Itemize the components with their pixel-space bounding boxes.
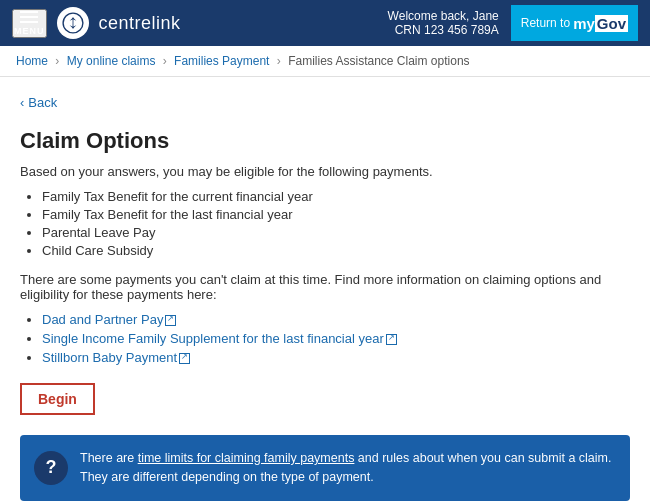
breadcrumb-home[interactable]: Home bbox=[16, 54, 48, 68]
cannot-claim-links-list: Dad and Partner Pay Single Income Family… bbox=[20, 312, 630, 365]
list-item: Child Care Subsidy bbox=[42, 243, 630, 258]
eligible-payments-list: Family Tax Benefit for the current finan… bbox=[20, 189, 630, 258]
single-income-family-supplement-link[interactable]: Single Income Family Supplement for the … bbox=[42, 331, 397, 346]
main-content: ‹ Back Claim Options Based on your answe… bbox=[0, 77, 650, 503]
return-label: Return to bbox=[521, 16, 570, 30]
list-item: Dad and Partner Pay bbox=[42, 312, 630, 327]
breadcrumb-sep-2: › bbox=[163, 54, 167, 68]
info-text-before-link: There are bbox=[80, 451, 138, 465]
page-title: Claim Options bbox=[20, 128, 630, 154]
mygov-my-text: my bbox=[573, 15, 595, 32]
list-item: Family Tax Benefit for the current finan… bbox=[42, 189, 630, 204]
header-right: Welcome back, Jane CRN 123 456 789A Retu… bbox=[388, 5, 638, 41]
breadcrumb-current: Families Assistance Claim options bbox=[288, 54, 469, 68]
intro-text: Based on your answers, you may be eligib… bbox=[20, 164, 630, 179]
external-link-icon bbox=[386, 334, 397, 345]
external-link-icon bbox=[179, 353, 190, 364]
list-item: Stillborn Baby Payment bbox=[42, 350, 630, 365]
page-header: MENU centrelink Welcome back, Jane CRN 1… bbox=[0, 0, 650, 46]
breadcrumb-my-online-claims[interactable]: My online claims bbox=[67, 54, 156, 68]
site-name: centrelink bbox=[99, 13, 181, 34]
time-limits-link[interactable]: time limits for claiming family payments bbox=[138, 451, 355, 465]
return-to-mygov-button[interactable]: Return to myGov bbox=[511, 5, 638, 41]
menu-button[interactable]: MENU bbox=[12, 9, 47, 38]
dad-partner-pay-link[interactable]: Dad and Partner Pay bbox=[42, 312, 176, 327]
cannot-claim-text: There are some payments you can't claim … bbox=[20, 272, 630, 302]
list-item: Parental Leave Pay bbox=[42, 225, 630, 240]
stillborn-baby-payment-link[interactable]: Stillborn Baby Payment bbox=[42, 350, 190, 365]
logo-icon bbox=[57, 7, 89, 39]
info-box: ? There are time limits for claiming fam… bbox=[20, 435, 630, 501]
mygov-gov-text: Gov bbox=[595, 15, 628, 32]
menu-label: MENU bbox=[14, 26, 45, 36]
header-left: MENU centrelink bbox=[12, 7, 181, 39]
back-label: Back bbox=[28, 95, 57, 110]
breadcrumb: Home › My online claims › Families Payme… bbox=[0, 46, 650, 77]
hamburger-icon bbox=[20, 11, 38, 23]
question-icon: ? bbox=[34, 451, 68, 485]
breadcrumb-sep-3: › bbox=[277, 54, 281, 68]
external-link-icon bbox=[165, 315, 176, 326]
back-link[interactable]: ‹ Back bbox=[20, 95, 57, 110]
breadcrumb-sep-1: › bbox=[55, 54, 59, 68]
breadcrumb-families-payment[interactable]: Families Payment bbox=[174, 54, 269, 68]
list-item: Single Income Family Supplement for the … bbox=[42, 331, 630, 346]
list-item: Family Tax Benefit for the last financia… bbox=[42, 207, 630, 222]
begin-button[interactable]: Begin bbox=[20, 383, 95, 415]
welcome-text: Welcome back, Jane CRN 123 456 789A bbox=[388, 9, 499, 37]
back-arrow-icon: ‹ bbox=[20, 95, 24, 110]
